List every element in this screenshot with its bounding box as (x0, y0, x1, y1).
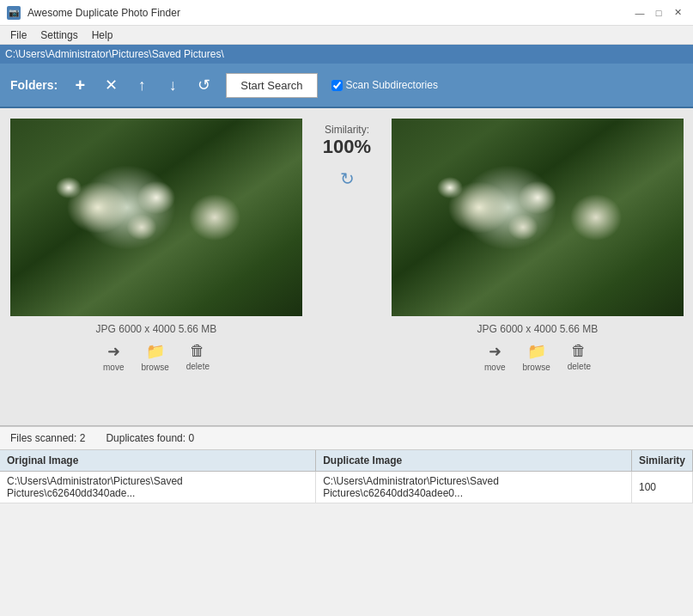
right-move-icon: ➜ (489, 342, 502, 361)
remove-folder-button[interactable]: ✕ (99, 73, 123, 97)
left-move-label: move (103, 363, 124, 372)
left-browse-label: browse (141, 363, 168, 372)
menu-bar: File Settings Help (0, 26, 693, 45)
status-bar: Files scanned: 2 Duplicates found: 0 (0, 426, 693, 450)
right-image-info: JPG 6000 x 4000 5.66 MB (477, 323, 599, 335)
right-image-panel: JPG 6000 x 4000 5.66 MB ➜ move 📁 browse … (381, 108, 693, 425)
right-move-label: move (484, 363, 505, 372)
move-up-button[interactable]: ↑ (130, 73, 154, 97)
duplicates-found: Duplicates found: 0 (106, 432, 194, 444)
right-delete-label: delete (568, 362, 591, 371)
close-button[interactable]: ✕ (669, 5, 686, 21)
results-container: Original Image Duplicate Image Similarit… (0, 450, 693, 503)
left-browse-icon: 📁 (146, 342, 165, 361)
left-image-actions: ➜ move 📁 browse 🗑 delete (103, 342, 210, 372)
similarity-panel: Similarity: 100% ↻ (313, 108, 381, 425)
results-table: Original Image Duplicate Image Similarit… (0, 450, 693, 503)
left-image-panel: JPG 6000 x 4000 5.66 MB ➜ move 📁 browse … (0, 108, 313, 425)
left-image-frame (10, 119, 302, 316)
left-delete-label: delete (186, 362, 210, 371)
app-title: Awesome Duplicate Photo Finder (27, 7, 180, 19)
files-scanned: Files scanned: 2 (10, 432, 85, 444)
menu-file[interactable]: File (3, 27, 33, 43)
left-delete-button[interactable]: 🗑 delete (186, 342, 210, 372)
similarity-value: 100% (323, 136, 371, 158)
left-image (10, 119, 302, 316)
right-browse-label: browse (522, 363, 550, 372)
right-browse-button[interactable]: 📁 browse (522, 342, 550, 372)
col-similarity: Similarity (631, 450, 692, 472)
right-image-actions: ➜ move 📁 browse 🗑 delete (484, 342, 591, 372)
scan-subdirectories-checkbox[interactable] (331, 80, 343, 91)
col-duplicate: Duplicate Image (316, 450, 632, 472)
right-move-button[interactable]: ➜ move (484, 342, 505, 372)
scan-subdirectories-label: Scan Subdirectories (331, 79, 438, 91)
left-browse-button[interactable]: 📁 browse (141, 342, 168, 372)
menu-settings[interactable]: Settings (33, 27, 84, 43)
left-delete-icon: 🗑 (190, 342, 205, 360)
cell-similarity: 100 (631, 472, 692, 503)
reset-button[interactable]: ↺ (191, 73, 216, 97)
move-down-button[interactable]: ↓ (161, 73, 185, 97)
main-content: JPG 6000 x 4000 5.66 MB ➜ move 📁 browse … (0, 108, 693, 426)
window-controls: — □ ✕ (631, 5, 686, 21)
right-image (392, 119, 684, 316)
menu-help[interactable]: Help (85, 27, 120, 43)
title-bar: 📷 Awesome Duplicate Photo Finder — □ ✕ (0, 0, 693, 26)
minimize-button[interactable]: — (631, 5, 648, 21)
right-image-frame (392, 119, 684, 316)
col-original: Original Image (0, 450, 316, 472)
maximize-button[interactable]: □ (650, 5, 667, 21)
similarity-label: Similarity: (325, 124, 369, 136)
right-delete-icon: 🗑 (571, 342, 587, 360)
current-path: C:\Users\Administrator\Pictures\Saved Pi… (5, 48, 224, 60)
left-move-icon: ➜ (107, 342, 120, 361)
left-move-button[interactable]: ➜ move (103, 342, 124, 372)
right-browse-icon: 📁 (527, 342, 546, 361)
folders-bar: Folders: + ✕ ↑ ↓ ↺ Start Search Scan Sub… (0, 64, 693, 108)
left-image-info: JPG 6000 x 4000 5.66 MB (96, 323, 217, 335)
folders-label: Folders: (10, 78, 58, 92)
add-folder-button[interactable]: + (68, 73, 92, 97)
scan-subdirectories-text: Scan Subdirectories (346, 79, 438, 91)
refresh-icon[interactable]: ↻ (340, 168, 355, 189)
cell-original: C:\Users\Administrator\Pictures\Saved Pi… (0, 472, 316, 503)
right-delete-button[interactable]: 🗑 delete (568, 342, 591, 372)
start-search-button[interactable]: Start Search (226, 73, 317, 98)
path-bar: C:\Users\Administrator\Pictures\Saved Pi… (0, 45, 693, 64)
cell-duplicate: C:\Users\Administrator\Pictures\Saved Pi… (316, 472, 632, 503)
app-icon: 📷 (7, 6, 21, 20)
table-row: C:\Users\Administrator\Pictures\Saved Pi… (0, 472, 693, 503)
